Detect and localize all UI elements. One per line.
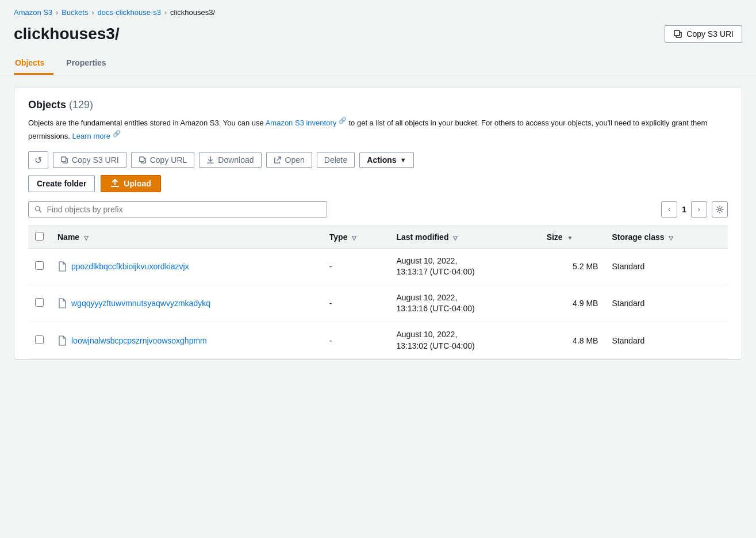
row-date-cell: August 10, 2022,13:13:16 (UTC-04:00) xyxy=(389,285,539,322)
row-type-cell: - xyxy=(323,322,390,359)
row-type-cell: - xyxy=(323,285,390,322)
file-link-1[interactable]: wgqqyyyzftuwvmnutsyaqwvyzmkadykq xyxy=(57,298,316,308)
file-name-0: ppozdlkbqccfkbioijkvuxordkiazvjx xyxy=(71,262,189,271)
copy-icon-top xyxy=(673,29,682,39)
svg-point-8 xyxy=(719,208,721,210)
breadcrumb-sep-1: › xyxy=(56,9,58,17)
svg-rect-1 xyxy=(674,30,680,36)
search-box xyxy=(28,201,327,218)
table-row: loowjnalwsbcpcpszrnjvoowsoxghpmm - Augus… xyxy=(28,322,728,359)
copy-s3-icon xyxy=(60,156,68,164)
th-size-label: Size xyxy=(547,232,563,242)
delete-button[interactable]: Delete xyxy=(317,152,355,168)
actions-button[interactable]: Actions ▼ xyxy=(359,152,413,168)
objects-title: Objects xyxy=(28,99,66,110)
page-wrapper: Amazon S3 › Buckets › docs-clickhouse-s3… xyxy=(0,0,756,538)
learn-more-link[interactable]: Learn more 🔗 xyxy=(72,132,121,140)
th-storage-class-label: Storage class xyxy=(612,232,664,242)
table-header-row: Name ▽ Type ▽ Last modified ▽ Size ▼ xyxy=(28,226,728,248)
row-date-cell: August 10, 2022,13:13:17 (UTC-04:00) xyxy=(389,248,539,285)
page-title-row: clickhouses3/ Copy S3 URI xyxy=(0,20,756,52)
svg-line-7 xyxy=(39,210,41,212)
create-folder-button[interactable]: Create folder xyxy=(28,175,95,192)
file-icon xyxy=(57,298,67,308)
svg-rect-3 xyxy=(62,157,66,162)
page-title: clickhouses3/ xyxy=(14,25,120,43)
row-checkbox-2[interactable] xyxy=(35,335,44,344)
next-page-button[interactable]: › xyxy=(691,201,707,218)
th-last-modified[interactable]: Last modified ▽ xyxy=(389,226,539,248)
copy-s3-uri-label: Copy S3 URI xyxy=(72,155,119,165)
settings-button[interactable] xyxy=(712,201,728,218)
objects-table: Name ▽ Type ▽ Last modified ▽ Size ▼ xyxy=(28,226,728,360)
file-link-0[interactable]: ppozdlkbqccfkbioijkvuxordkiazvjx xyxy=(57,261,316,272)
sort-icon-storage-class: ▽ xyxy=(669,235,673,241)
row-name-cell: wgqqyyyzftuwvmnutsyaqwvyzmkadykq xyxy=(51,285,323,322)
ext-link-icon-2: 🔗 xyxy=(113,130,121,137)
row-storage-cell: Standard xyxy=(605,248,728,285)
breadcrumb-buckets[interactable]: Buckets xyxy=(62,8,88,17)
open-button[interactable]: Open xyxy=(266,152,312,168)
row-size-cell: 4.9 MB xyxy=(540,285,605,322)
copy-url-button[interactable]: Copy URL xyxy=(131,152,195,168)
breadcrumb-sep-2: › xyxy=(91,9,94,17)
open-label: Open xyxy=(285,155,305,165)
row-name-cell: loowjnalwsbcpcpszrnjvoowsoxghpmm xyxy=(51,322,323,359)
row-name-cell: ppozdlkbqccfkbioijkvuxordkiazvjx xyxy=(51,248,323,285)
actions-label: Actions xyxy=(367,155,396,165)
tabs-bar: Objects Properties xyxy=(0,52,756,75)
download-label: Download xyxy=(218,155,254,165)
toolbar-row2: Create folder Upload xyxy=(28,175,728,192)
row-storage-cell: Standard xyxy=(605,322,728,359)
copy-s3-uri-button[interactable]: Copy S3 URI xyxy=(53,152,126,168)
select-all-checkbox[interactable] xyxy=(35,232,44,241)
row-size-cell: 4.8 MB xyxy=(540,322,605,359)
row-size-cell: 5.2 MB xyxy=(540,248,605,285)
create-folder-label: Create folder xyxy=(37,179,86,188)
delete-label: Delete xyxy=(324,155,347,165)
objects-heading: Objects (129) xyxy=(28,99,728,111)
upload-button[interactable]: Upload xyxy=(101,175,160,192)
sort-icon-name: ▽ xyxy=(84,235,89,241)
th-type-label: Type xyxy=(329,232,348,242)
refresh-button[interactable]: ↺ xyxy=(28,151,48,169)
file-icon xyxy=(57,261,67,272)
th-last-modified-label: Last modified xyxy=(396,232,448,242)
file-icon xyxy=(57,335,67,346)
row-checkbox-0[interactable] xyxy=(35,261,44,270)
copy-s3-uri-top-button[interactable]: Copy S3 URI xyxy=(665,25,742,43)
current-page: 1 xyxy=(682,205,686,214)
th-size[interactable]: Size ▼ xyxy=(540,226,605,248)
upload-icon xyxy=(110,179,120,188)
file-name-2: loowjnalwsbcpcpszrnjvoowsoxghpmm xyxy=(71,336,207,345)
table-row: wgqqyyyzftuwvmnutsyaqwvyzmkadykq - Augus… xyxy=(28,285,728,322)
row-storage-cell: Standard xyxy=(605,285,728,322)
search-icon xyxy=(34,205,42,213)
sort-icon-last-modified: ▽ xyxy=(453,235,458,241)
tab-objects[interactable]: Objects xyxy=(14,52,53,75)
file-link-2[interactable]: loowjnalwsbcpcpszrnjvoowsoxghpmm xyxy=(57,335,316,346)
prev-page-button[interactable]: ‹ xyxy=(661,201,677,218)
gear-icon xyxy=(716,205,724,213)
breadcrumb-amazon-s3[interactable]: Amazon S3 xyxy=(14,8,52,17)
th-name[interactable]: Name ▽ xyxy=(51,226,323,248)
search-input[interactable] xyxy=(47,205,321,214)
breadcrumb-docs-clickhouse-s3[interactable]: docs-clickhouse-s3 xyxy=(97,8,161,17)
row-checkbox-1[interactable] xyxy=(35,298,44,307)
toolbar-row1: ↺ Copy S3 URI Copy URL Download Open Del… xyxy=(28,151,728,169)
svg-rect-5 xyxy=(139,157,144,162)
pagination-row: ‹ 1 › xyxy=(661,201,728,218)
ext-link-icon-1: 🔗 xyxy=(339,117,347,124)
copy-url-label: Copy URL xyxy=(150,155,187,165)
sort-icon-size: ▼ xyxy=(567,235,573,241)
th-type[interactable]: Type ▽ xyxy=(323,226,390,248)
tab-properties[interactable]: Properties xyxy=(65,52,115,75)
th-storage-class[interactable]: Storage class ▽ xyxy=(605,226,728,248)
row-checkbox-cell xyxy=(28,322,51,359)
table-body: ppozdlkbqccfkbioijkvuxordkiazvjx - Augus… xyxy=(28,248,728,359)
download-button[interactable]: Download xyxy=(199,152,261,168)
s3-inventory-link[interactable]: Amazon S3 inventory 🔗 xyxy=(266,119,347,127)
file-name-1: wgqqyyyzftuwvmnutsyaqwvyzmkadykq xyxy=(71,299,210,308)
open-icon xyxy=(274,156,282,164)
row-type-cell: - xyxy=(323,248,390,285)
